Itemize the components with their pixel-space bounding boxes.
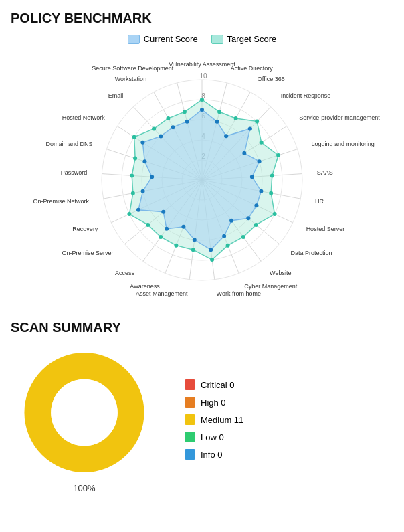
current-score-label: Current Score [144,34,198,44]
high-label: High 0 [201,397,226,408]
svg-point-65 [248,126,252,130]
svg-point-92 [276,153,280,157]
svg-point-88 [217,110,221,114]
donut-chart-wrap: 100% [11,346,158,493]
svg-point-83 [140,141,144,145]
svg-text:Email: Email [108,92,124,99]
svg-text:10: 10 [199,72,207,80]
svg-text:Cyber Management: Cyber Management [244,283,298,290]
svg-point-100 [191,248,195,252]
svg-text:Workstation: Workstation [115,76,146,82]
svg-point-94 [269,191,273,195]
svg-point-107 [133,157,137,161]
critical-label: Critical 0 [201,380,235,390]
svg-text:Website: Website [270,270,291,276]
svg-point-86 [185,120,189,124]
svg-point-66 [242,151,246,155]
svg-point-109 [152,126,156,130]
svg-text:Incident Response: Incident Response [281,92,331,99]
svg-point-69 [259,189,263,193]
svg-point-80 [141,189,145,193]
svg-text:Password: Password [61,169,88,176]
svg-text:Office 365: Office 365 [258,76,285,82]
svg-point-97 [241,235,245,239]
radar-legend: Current Score Target Score [11,34,393,44]
svg-point-63 [215,120,219,124]
svg-text:Asset Management: Asset Management [136,290,188,297]
radar-chart-svg: 10 8 6 4 2 Vulnerability AssessmentActiv… [11,53,393,300]
target-score-legend-item: Target Score [211,34,277,44]
scan-summary-title: SCAN SUMMARY [11,320,393,335]
high-dot [185,397,195,408]
svg-point-87 [200,98,204,102]
svg-point-72 [229,219,233,223]
svg-point-101 [174,244,178,248]
medium-label: Medium 11 [201,415,243,425]
svg-point-73 [222,234,226,238]
donut-chart-svg [11,346,158,479]
svg-text:Secure Software Development: Secure Software Development [92,65,174,72]
svg-point-75 [193,238,197,242]
donut-percent-label: 100% [73,483,95,493]
scan-legend-low: Low 0 [185,432,243,442]
svg-point-71 [246,216,250,220]
svg-point-105 [131,191,135,195]
svg-point-93 [270,173,274,177]
policy-benchmark-section: POLICY BENCHMARK Current Score Target Sc… [11,11,393,304]
svg-point-67 [258,159,262,163]
scan-summary-section: SCAN SUMMARY 100% Critical 0High 0Medium… [11,320,393,493]
svg-point-106 [130,173,134,177]
svg-text:Awareness: Awareness [130,283,160,290]
svg-text:Access: Access [115,270,135,276]
svg-point-64 [224,134,228,138]
scan-legend-info: Info 0 [185,449,243,460]
scan-legend-high: High 0 [185,397,243,408]
svg-point-68 [250,175,254,179]
info-label: Info 0 [201,450,223,460]
svg-text:Recovery: Recovery [72,226,98,232]
svg-point-110 [166,116,170,120]
svg-point-96 [254,223,258,227]
svg-point-91 [260,141,264,145]
current-score-box [128,35,140,44]
svg-point-103 [146,223,150,227]
target-score-label: Target Score [227,34,277,44]
svg-text:Work from home: Work from home [217,290,261,297]
low-dot [185,432,195,442]
low-label: Low 0 [201,432,224,442]
svg-text:Service-provider management: Service-provider management [299,114,380,121]
svg-point-85 [171,125,175,129]
svg-point-78 [161,210,165,214]
svg-point-77 [165,227,169,231]
policy-benchmark-title: POLICY BENCHMARK [11,11,393,26]
svg-point-70 [254,203,258,207]
radar-chart-container: 10 8 6 4 2 Vulnerability AssessmentActiv… [11,50,393,304]
target-score-box [211,35,223,44]
scan-legend: Critical 0High 0Medium 11Low 0Info 0 [185,379,243,460]
svg-text:Vulnerability Assessment: Vulnerability Assessment [169,61,235,68]
svg-point-81 [150,175,154,179]
svg-point-102 [159,235,163,239]
svg-point-82 [142,159,146,163]
svg-point-84 [159,134,163,138]
svg-text:Hosted Server: Hosted Server [306,226,345,232]
svg-text:Active Directory: Active Directory [231,65,274,72]
svg-text:SAAS: SAAS [317,169,333,176]
svg-point-74 [209,248,213,252]
svg-point-90 [255,120,259,124]
current-score-legend-item: Current Score [128,34,198,44]
svg-point-89 [234,116,238,120]
svg-text:On-Premise Network: On-Premise Network [33,198,90,205]
svg-point-99 [210,258,214,262]
medium-dot [185,414,195,425]
svg-point-95 [273,212,277,216]
svg-point-62 [200,108,204,112]
svg-text:Domain and DNS: Domain and DNS [45,141,92,147]
svg-point-98 [226,244,230,248]
donut-row: 100% Critical 0High 0Medium 11Low 0Info … [11,346,393,493]
svg-point-113 [51,379,118,446]
svg-point-108 [132,135,136,139]
svg-point-76 [181,225,185,229]
svg-point-111 [183,110,187,114]
svg-text:Hosted Network: Hosted Network [62,114,106,121]
